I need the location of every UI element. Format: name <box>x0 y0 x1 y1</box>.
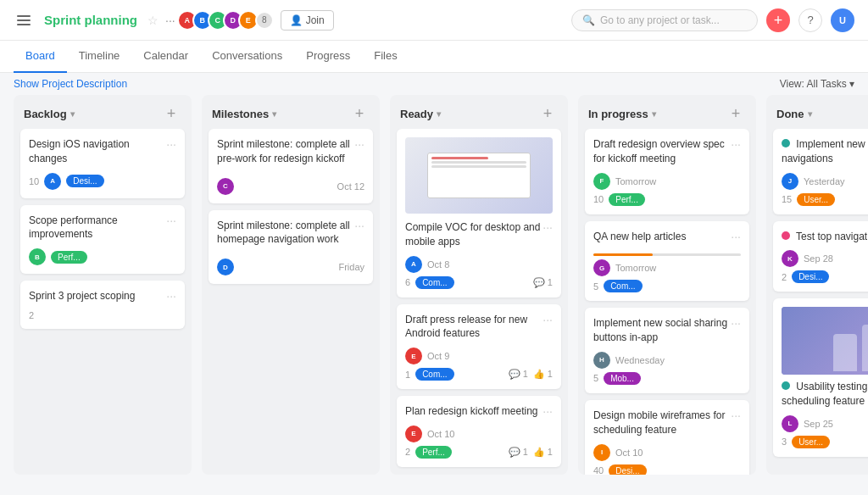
card-avatar: D <box>217 259 234 275</box>
status-dot <box>782 381 790 390</box>
project-avatars: A B C D E 8 <box>182 10 274 31</box>
milestones-chevron: ▾ <box>272 109 276 119</box>
card-tag: User... <box>792 436 830 448</box>
comment-icon: 💬 1 <box>533 277 553 288</box>
column-inprogress: In progress ▾ + Draft redesign overview … <box>578 95 756 475</box>
status-dot <box>782 231 790 240</box>
card-avatar: K <box>782 250 798 267</box>
card-more-icon[interactable]: ··· <box>166 289 176 303</box>
avatar-count: 8 <box>255 11 274 30</box>
card-more-icon[interactable]: ··· <box>731 316 741 330</box>
tab-conversations[interactable]: Conversations <box>200 41 294 73</box>
view-selector[interactable]: View: All Tasks ▾ <box>780 78 854 90</box>
card-more-icon[interactable]: ··· <box>354 219 364 232</box>
tab-board[interactable]: Board <box>14 41 67 73</box>
tab-calendar[interactable]: Calendar <box>131 41 200 73</box>
card-tag: Perf... <box>51 251 87 264</box>
card-avatar: C <box>217 178 234 195</box>
column-header-done: Done ▾ + <box>766 95 868 129</box>
card-more-icon[interactable]: ··· <box>542 220 553 234</box>
card-tag: User... <box>797 193 835 206</box>
card-image <box>405 137 553 214</box>
done-cards: Implement new homepage navigations ··· J… <box>766 129 868 475</box>
card-more-icon[interactable]: ··· <box>542 313 553 326</box>
column-title-backlog[interactable]: Backlog ▾ <box>24 108 75 120</box>
card-avatar: I <box>593 444 610 461</box>
card-tag: Com... <box>415 276 453 289</box>
column-ready: Ready ▾ + Compile VOC for <box>390 95 568 475</box>
card-inprogress-4[interactable]: Design mobile wireframes for scheduling … <box>585 400 749 475</box>
tab-files[interactable]: Files <box>362 41 409 73</box>
card-tag: Desi... <box>66 175 103 187</box>
backlog-add-button[interactable]: + <box>161 103 181 124</box>
card-avatar: J <box>782 173 798 190</box>
card-tag: Com... <box>604 280 642 292</box>
star-icon[interactable]: ☆ <box>147 14 159 27</box>
subbar: Show Project Description View: All Tasks… <box>0 73 868 95</box>
card-inprogress-2[interactable]: QA new help articles ··· G Tomorrow 5 Co… <box>585 221 749 302</box>
card-ready-3[interactable]: Plan redesign kickoff meeting ··· E Oct … <box>397 396 561 467</box>
card-inprogress-3[interactable]: Implement new social sharing buttons in-… <box>585 308 749 393</box>
help-button[interactable]: ? <box>798 8 822 32</box>
ready-add-button[interactable]: + <box>537 103 558 124</box>
card-backlog-2[interactable]: Scope performance improvements ··· B Per… <box>20 205 185 275</box>
card-avatar: E <box>405 348 422 364</box>
card-ready-2[interactable]: Draft press release for new Android feat… <box>397 304 561 390</box>
card-more-icon[interactable]: ··· <box>166 137 176 151</box>
card-done-1[interactable]: Implement new homepage navigations ··· J… <box>773 129 868 214</box>
column-title-done[interactable]: Done ▾ <box>776 108 812 120</box>
column-header-milestones: Milestones ▾ + <box>202 95 380 129</box>
card-more-icon[interactable]: ··· <box>731 137 741 151</box>
card-tag: Desi... <box>609 464 646 475</box>
progress-bar-wrap <box>593 253 741 256</box>
column-header-backlog: Backlog ▾ + <box>14 95 192 129</box>
card-more-icon[interactable]: ··· <box>354 137 364 151</box>
tab-timeline[interactable]: Timeline <box>67 41 132 73</box>
card-avatar: B <box>29 248 46 265</box>
topbar-icons: ☆ ··· A B C D E 8 👤 Join <box>147 10 334 31</box>
nav-tabs: Board Timeline Calendar Conversations Pr… <box>0 41 868 73</box>
card-milestone-2[interactable]: Sprint milestone: complete all homepage … <box>209 210 373 285</box>
card-done-3[interactable]: Usability testing for new scheduling fea… <box>773 298 868 457</box>
hamburger-icon[interactable] <box>14 12 34 29</box>
search-icon: 🔍 <box>582 14 595 26</box>
milestones-add-button[interactable]: + <box>349 103 370 124</box>
ready-chevron: ▾ <box>437 109 441 119</box>
backlog-cards: Design iOS navigation changes ··· 10 A D… <box>14 129 192 475</box>
project-title[interactable]: Sprint planning <box>44 13 137 27</box>
inprogress-add-button[interactable]: + <box>726 103 746 124</box>
card-tag: Perf... <box>609 193 645 206</box>
comment-icon: 💬 1 <box>509 447 528 458</box>
card-inprogress-1[interactable]: Draft redesign overview spec for kickoff… <box>585 129 749 214</box>
user-avatar[interactable]: U <box>831 8 854 32</box>
done-chevron: ▾ <box>808 109 812 119</box>
show-description-link[interactable]: Show Project Description <box>14 78 127 90</box>
column-milestones: Milestones ▾ + Sprint milestone: complet… <box>202 95 380 475</box>
card-avatar: F <box>593 173 610 190</box>
card-backlog-3[interactable]: Sprint 3 project scoping ··· 2 <box>20 281 185 329</box>
card-backlog-1[interactable]: Design iOS navigation changes ··· 10 A D… <box>20 129 185 198</box>
column-title-inprogress[interactable]: In progress ▾ <box>588 108 656 120</box>
progress-bar <box>593 253 653 256</box>
column-header-inprogress: In progress ▾ + <box>578 95 756 129</box>
card-more-icon[interactable]: ··· <box>166 214 176 227</box>
add-button[interactable]: + <box>766 8 790 32</box>
ready-cards: Compile VOC for desktop and mobile apps … <box>390 129 568 475</box>
search-bar[interactable]: 🔍 Go to any project or task... <box>571 9 758 31</box>
card-done-2[interactable]: Test top navigations ··· K Sep 28 2 Desi… <box>773 221 868 292</box>
card-more-icon[interactable]: ··· <box>542 404 553 418</box>
tab-progress[interactable]: Progress <box>294 41 362 73</box>
card-ready-1[interactable]: Compile VOC for desktop and mobile apps … <box>397 129 561 298</box>
topbar: Sprint planning ☆ ··· A B C D E 8 👤 Join… <box>0 0 868 41</box>
card-more-icon[interactable]: ··· <box>731 230 741 243</box>
card-avatar: G <box>593 259 610 276</box>
status-dot <box>782 139 790 147</box>
join-button[interactable]: 👤 Join <box>281 10 334 31</box>
column-title-ready[interactable]: Ready ▾ <box>400 108 441 120</box>
column-title-milestones[interactable]: Milestones ▾ <box>212 108 276 120</box>
more-icon[interactable]: ··· <box>165 14 175 27</box>
column-done: Done ▾ + Implement new homepage navigati… <box>766 95 868 475</box>
card-milestone-1[interactable]: Sprint milestone: complete all pre-work … <box>209 129 373 203</box>
search-placeholder: Go to any project or task... <box>600 14 720 26</box>
card-more-icon[interactable]: ··· <box>731 409 741 422</box>
